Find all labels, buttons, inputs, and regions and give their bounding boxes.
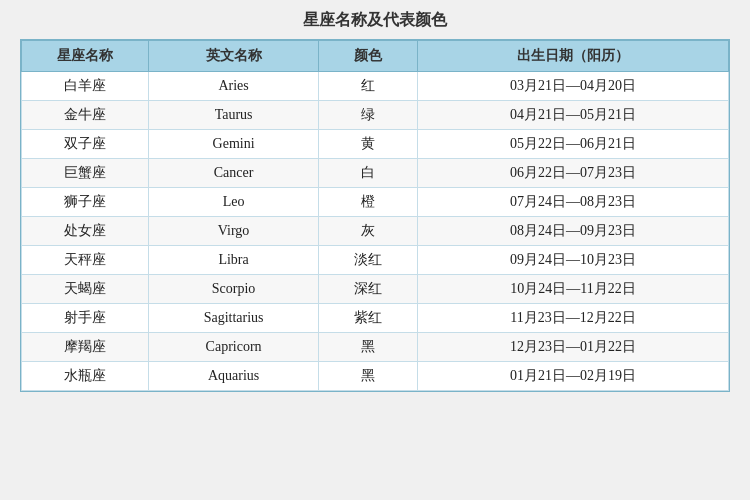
cell-date: 09月24日—10月23日 (417, 246, 728, 275)
cell-color: 绿 (318, 101, 417, 130)
table-header-row: 星座名称 英文名称 颜色 出生日期（阳历） (22, 41, 729, 72)
cell-date: 07月24日—08月23日 (417, 188, 728, 217)
table-row: 处女座Virgo灰08月24日—09月23日 (22, 217, 729, 246)
zodiac-table: 星座名称 英文名称 颜色 出生日期（阳历） 白羊座Aries红03月21日—04… (21, 40, 729, 391)
header-name: 星座名称 (22, 41, 149, 72)
cell-zodiac-name: 白羊座 (22, 72, 149, 101)
header-color: 颜色 (318, 41, 417, 72)
table-row: 金牛座Taurus绿04月21日—05月21日 (22, 101, 729, 130)
table-row: 摩羯座Capricorn黑12月23日—01月22日 (22, 333, 729, 362)
cell-color: 红 (318, 72, 417, 101)
cell-english-name: Virgo (149, 217, 319, 246)
table-row: 水瓶座Aquarius黑01月21日—02月19日 (22, 362, 729, 391)
cell-english-name: Cancer (149, 159, 319, 188)
cell-zodiac-name: 处女座 (22, 217, 149, 246)
cell-date: 06月22日—07月23日 (417, 159, 728, 188)
cell-color: 白 (318, 159, 417, 188)
cell-color: 黑 (318, 362, 417, 391)
page-title: 星座名称及代表颜色 (303, 10, 447, 31)
cell-date: 05月22日—06月21日 (417, 130, 728, 159)
table-row: 天蝎座Scorpio深红10月24日—11月22日 (22, 275, 729, 304)
cell-zodiac-name: 射手座 (22, 304, 149, 333)
cell-english-name: Taurus (149, 101, 319, 130)
zodiac-table-wrapper: 星座名称 英文名称 颜色 出生日期（阳历） 白羊座Aries红03月21日—04… (20, 39, 730, 392)
table-row: 双子座Gemini黄05月22日—06月21日 (22, 130, 729, 159)
cell-zodiac-name: 水瓶座 (22, 362, 149, 391)
cell-color: 黄 (318, 130, 417, 159)
table-row: 狮子座Leo橙07月24日—08月23日 (22, 188, 729, 217)
cell-english-name: Aries (149, 72, 319, 101)
cell-date: 11月23日—12月22日 (417, 304, 728, 333)
table-row: 天秤座Libra淡红09月24日—10月23日 (22, 246, 729, 275)
cell-english-name: Leo (149, 188, 319, 217)
cell-date: 12月23日—01月22日 (417, 333, 728, 362)
cell-date: 03月21日—04月20日 (417, 72, 728, 101)
cell-color: 深红 (318, 275, 417, 304)
cell-english-name: Sagittarius (149, 304, 319, 333)
table-row: 射手座Sagittarius紫红11月23日—12月22日 (22, 304, 729, 333)
header-date: 出生日期（阳历） (417, 41, 728, 72)
cell-zodiac-name: 天蝎座 (22, 275, 149, 304)
cell-color: 橙 (318, 188, 417, 217)
table-row: 白羊座Aries红03月21日—04月20日 (22, 72, 729, 101)
cell-english-name: Gemini (149, 130, 319, 159)
cell-date: 10月24日—11月22日 (417, 275, 728, 304)
cell-date: 04月21日—05月21日 (417, 101, 728, 130)
cell-zodiac-name: 双子座 (22, 130, 149, 159)
cell-color: 黑 (318, 333, 417, 362)
header-english: 英文名称 (149, 41, 319, 72)
cell-english-name: Scorpio (149, 275, 319, 304)
cell-zodiac-name: 天秤座 (22, 246, 149, 275)
cell-english-name: Capricorn (149, 333, 319, 362)
cell-date: 01月21日—02月19日 (417, 362, 728, 391)
cell-color: 淡红 (318, 246, 417, 275)
cell-zodiac-name: 狮子座 (22, 188, 149, 217)
cell-zodiac-name: 巨蟹座 (22, 159, 149, 188)
cell-english-name: Aquarius (149, 362, 319, 391)
cell-zodiac-name: 摩羯座 (22, 333, 149, 362)
cell-zodiac-name: 金牛座 (22, 101, 149, 130)
cell-color: 灰 (318, 217, 417, 246)
cell-date: 08月24日—09月23日 (417, 217, 728, 246)
cell-color: 紫红 (318, 304, 417, 333)
cell-english-name: Libra (149, 246, 319, 275)
table-row: 巨蟹座Cancer白06月22日—07月23日 (22, 159, 729, 188)
